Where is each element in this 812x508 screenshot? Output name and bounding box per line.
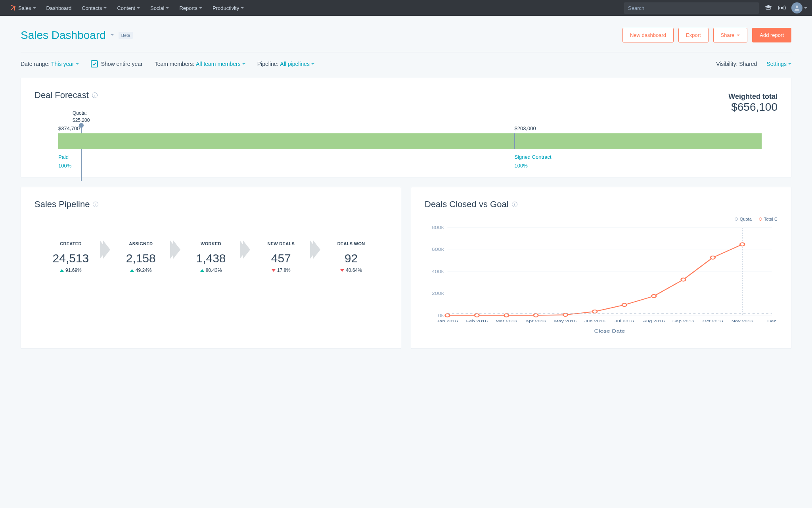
stage-label: ASSIGNED bbox=[109, 241, 172, 246]
nav-content[interactable]: Content bbox=[112, 5, 145, 11]
stage-pct: 17.8% bbox=[249, 267, 312, 273]
legend-quota[interactable]: Quota bbox=[735, 217, 752, 221]
beta-badge: Beta bbox=[119, 32, 133, 39]
svg-text:Jan 2016: Jan 2016 bbox=[437, 319, 458, 323]
export-button[interactable]: Export bbox=[678, 28, 709, 42]
filter-bar: Date range: This year Show entire year T… bbox=[21, 52, 791, 78]
new-dashboard-button[interactable]: New dashboard bbox=[622, 28, 674, 42]
deals-closed-title: Deals Closed vs Goal bbox=[425, 199, 509, 210]
segment-paid-name: Paid bbox=[58, 154, 69, 160]
sales-pipeline-title: Sales Pipeline bbox=[34, 199, 90, 210]
svg-text:May 2016: May 2016 bbox=[554, 319, 577, 323]
svg-text:0k: 0k bbox=[438, 314, 444, 318]
svg-point-2 bbox=[11, 5, 11, 6]
forecast-chart: Quota: $25,200 $374,700 $203,000 Paid 10… bbox=[34, 133, 778, 165]
chevron-down-icon bbox=[788, 63, 791, 65]
stage-value: 92 bbox=[320, 252, 383, 265]
stage-label: NEW DEALS bbox=[249, 241, 312, 246]
user-menu[interactable] bbox=[791, 2, 807, 13]
stage-label: WORKED bbox=[180, 241, 243, 246]
segment-signed-value: $203,000 bbox=[514, 125, 536, 131]
chart-legend: Quota Total C bbox=[425, 217, 778, 221]
svg-text:400k: 400k bbox=[432, 269, 444, 274]
visibility-label: Visibility: bbox=[716, 61, 737, 67]
deal-forecast-title: Deal Forecast bbox=[34, 90, 89, 100]
pipeline-stage[interactable]: CREATED 24,513 91.69% bbox=[39, 241, 102, 273]
svg-point-19 bbox=[475, 314, 479, 317]
pipeline-stage[interactable]: DEALS WON 92 40.64% bbox=[320, 241, 383, 273]
deal-forecast-card: Deal Forecast i Weighted total $656,100 … bbox=[21, 78, 791, 177]
segment-divider bbox=[514, 133, 515, 149]
info-icon[interactable]: i bbox=[93, 202, 98, 207]
segment-paid-value: $374,700 bbox=[58, 125, 80, 131]
legend-total[interactable]: Total C bbox=[759, 217, 778, 221]
settings-link[interactable]: Settings bbox=[766, 61, 791, 67]
share-button[interactable]: Share bbox=[713, 28, 748, 42]
segment-paid-pct: 100% bbox=[58, 163, 71, 169]
stage-value: 2,158 bbox=[109, 252, 172, 265]
pipeline-stage[interactable]: NEW DEALS 457 17.8% bbox=[249, 241, 312, 273]
nav-productivity[interactable]: Productivity bbox=[208, 5, 249, 11]
svg-text:Oct 2016: Oct 2016 bbox=[703, 319, 723, 323]
stage-label: DEALS WON bbox=[320, 241, 383, 246]
svg-text:Jun 2016: Jun 2016 bbox=[584, 319, 605, 323]
page-header: Sales Dashboard Beta New dashboard Expor… bbox=[21, 28, 791, 52]
trend-down-icon bbox=[272, 269, 276, 272]
svg-point-18 bbox=[445, 314, 450, 317]
info-icon[interactable]: i bbox=[92, 92, 98, 98]
stage-pct: 80.43% bbox=[180, 267, 243, 273]
date-range-select[interactable]: This year bbox=[51, 61, 79, 67]
chevron-down-icon bbox=[804, 7, 807, 9]
chevron-right-icon bbox=[309, 240, 320, 260]
pipeline-select[interactable]: All pipelines bbox=[280, 61, 314, 67]
chevron-down-icon bbox=[166, 7, 169, 9]
stage-value: 457 bbox=[249, 252, 312, 265]
deals-closed-card: Deals Closed vs Goal i Quota Total C 0k2… bbox=[411, 187, 791, 349]
nav-reports[interactable]: Reports bbox=[174, 5, 207, 11]
svg-point-28 bbox=[740, 243, 745, 246]
stage-value: 1,438 bbox=[180, 252, 243, 265]
svg-point-25 bbox=[651, 294, 656, 298]
nav-dashboard[interactable]: Dashboard bbox=[42, 5, 77, 11]
visibility-value: Shared bbox=[739, 61, 757, 67]
svg-text:Sep 2016: Sep 2016 bbox=[672, 319, 694, 323]
nav-social[interactable]: Social bbox=[146, 5, 174, 11]
search-input[interactable] bbox=[624, 2, 759, 14]
svg-text:Close Date: Close Date bbox=[594, 329, 625, 333]
team-members-label: Team members: bbox=[155, 61, 194, 67]
team-members-select[interactable]: All team members bbox=[196, 61, 245, 67]
chevron-down-icon bbox=[199, 7, 202, 9]
nav-contacts[interactable]: Contacts bbox=[77, 5, 111, 11]
chevron-down-icon bbox=[137, 7, 140, 9]
stage-value: 24,513 bbox=[39, 252, 102, 265]
stage-label: CREATED bbox=[39, 241, 102, 246]
chevron-right-icon bbox=[169, 240, 180, 260]
nav-brand-label: Sales bbox=[18, 5, 31, 11]
svg-text:Mar 2016: Mar 2016 bbox=[496, 319, 517, 323]
nav-brand[interactable]: Sales bbox=[5, 4, 41, 12]
chevron-down-icon bbox=[241, 7, 244, 9]
stage-pct: 40.64% bbox=[320, 267, 383, 273]
date-range-label: Date range: bbox=[21, 61, 50, 67]
broadcast-icon[interactable] bbox=[778, 4, 786, 12]
weighted-total-label: Weighted total bbox=[728, 92, 778, 101]
info-icon[interactable]: i bbox=[512, 202, 517, 207]
pipeline-stage[interactable]: WORKED 1,438 80.43% bbox=[180, 241, 243, 273]
dashboard-switcher[interactable] bbox=[110, 32, 115, 39]
show-entire-year-checkbox[interactable]: Show entire year bbox=[91, 60, 143, 67]
stage-pct: 49.24% bbox=[109, 267, 172, 273]
quota-label: Quota: bbox=[73, 110, 87, 116]
top-nav: Sales Dashboard Contacts Content Social … bbox=[0, 0, 812, 16]
svg-text:800k: 800k bbox=[432, 225, 444, 230]
chevron-down-icon bbox=[103, 7, 107, 9]
svg-point-26 bbox=[681, 278, 686, 281]
chevron-down-icon bbox=[737, 35, 740, 36]
hubspot-logo-icon bbox=[10, 4, 17, 12]
academy-icon[interactable] bbox=[764, 4, 772, 12]
svg-point-24 bbox=[622, 303, 626, 306]
svg-text:Feb 2016: Feb 2016 bbox=[466, 319, 488, 323]
add-report-button[interactable]: Add report bbox=[752, 28, 791, 42]
svg-point-23 bbox=[593, 310, 597, 313]
svg-text:200k: 200k bbox=[432, 292, 444, 296]
pipeline-stage[interactable]: ASSIGNED 2,158 49.24% bbox=[109, 241, 172, 273]
